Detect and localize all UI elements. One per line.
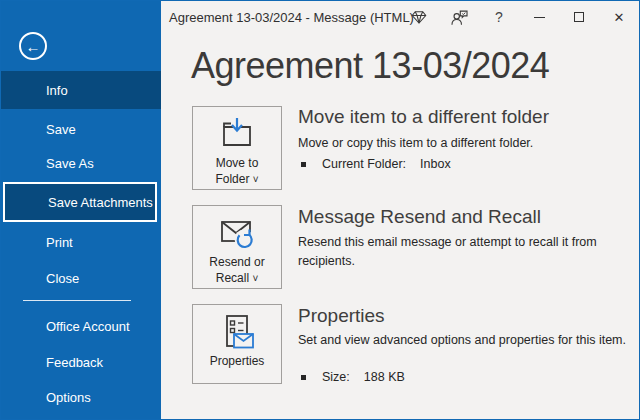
section-heading-resend: Message Resend and Recall [298,206,541,228]
sidebar-item-save-as[interactable]: Save As [1,145,161,181]
sidebar-item-label: Print [46,235,73,250]
move-to-folder-button[interactable]: Move to Folder ˅ [192,106,282,190]
sidebar-item-label: Save [46,122,76,137]
size-detail: Size: 188 KB [301,370,405,384]
tile-label-line2: Recall [216,271,249,285]
titlebar: Agreement 13-03/2024 - Message (HTML) ? [161,1,639,33]
backstage-sidebar: ← Info Save Save As Save Attachments Pri… [1,1,161,419]
detail-value: 188 KB [364,370,405,384]
sidebar-item-close[interactable]: Close [1,260,161,296]
person-bubble-icon-glyph [450,8,469,27]
sidebar-item-label: Save As [46,156,94,171]
dropdown-chevron-icon: ˅ [253,174,259,185]
current-folder-detail: Current Folder: Inbox [301,157,451,171]
bullet-icon [301,375,306,380]
sidebar-item-label: Office Account [46,319,130,334]
move-folder-icon [217,114,257,154]
section-heading-move: Move item to a different folder [298,106,549,128]
close-button[interactable]: ✕ [599,1,639,33]
sidebar-item-print[interactable]: Print [1,224,161,260]
resend-or-recall-button[interactable]: Resend or Recall ˅ [192,205,282,289]
close-icon: ✕ [614,10,625,25]
maximize-icon [574,12,584,22]
window-title: Agreement 13-03/2024 - Message (HTML) [169,10,414,25]
tile-label-line1: Move to [216,156,259,170]
sidebar-item-office-account[interactable]: Office Account [1,308,161,344]
page-title: Agreement 13-03/2024 [191,45,549,87]
sidebar-item-label: Info [46,83,68,98]
maximize-button[interactable] [559,1,599,33]
resend-recall-label: Resend or Recall ˅ [209,255,264,286]
properties-icon [217,312,257,352]
section-desc-move: Move or copy this item to a different fo… [298,134,640,153]
sidebar-item-label: Save Attachments [48,195,153,210]
help-button[interactable]: ? [479,1,519,33]
sidebar-item-save[interactable]: Save [1,111,161,147]
sidebar-item-feedback[interactable]: Feedback [1,344,161,380]
feedback-person-icon[interactable] [439,1,479,33]
sidebar-divider [23,300,131,301]
section-heading-properties: Properties [298,305,385,327]
tile-label-line1: Resend or [209,255,264,269]
detail-value: Inbox [420,157,451,171]
minimize-icon [534,17,545,18]
section-desc-resend: Resend this email message or attempt to … [298,233,640,272]
help-icon: ? [495,9,503,25]
properties-button[interactable]: Properties [192,304,282,384]
sidebar-item-label: Feedback [46,355,103,370]
section-desc-properties: Set and view advanced options and proper… [298,331,640,350]
detail-label: Size: [322,370,350,384]
sidebar-item-label: Options [46,390,91,405]
detail-label: Current Folder: [322,157,406,171]
resend-recall-icon [217,213,257,253]
bullet-icon [301,162,306,167]
sidebar-item-info[interactable]: Info [1,71,161,109]
move-to-folder-label: Move to Folder ˅ [215,156,258,187]
tile-label-line2: Folder [215,172,249,186]
premium-gem-icon[interactable] [399,1,439,33]
gem-icon-glyph [410,8,428,26]
sidebar-item-save-attachments[interactable]: Save Attachments [3,182,157,222]
tile-label-line1: Properties [210,354,265,368]
back-button[interactable]: ← [19,32,47,60]
backstage-info-pane: Agreement 13-03/2024 Move to Folder ˅ Mo… [161,33,639,419]
outlook-backstage-window: ← Info Save Save As Save Attachments Pri… [0,0,640,420]
sidebar-item-label: Close [46,271,79,286]
minimize-button[interactable] [519,1,559,33]
properties-label: Properties [210,354,265,370]
back-arrow-icon: ← [26,39,41,54]
sidebar-item-options[interactable]: Options [1,379,161,415]
dropdown-chevron-icon: ˅ [252,273,258,284]
